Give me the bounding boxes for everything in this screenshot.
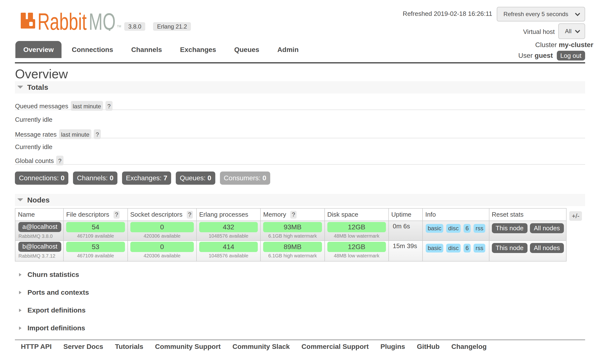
svg-text:Rabbit: Rabbit xyxy=(38,12,87,31)
svg-text:MQ: MQ xyxy=(89,12,116,31)
svg-text:TM: TM xyxy=(117,25,121,28)
